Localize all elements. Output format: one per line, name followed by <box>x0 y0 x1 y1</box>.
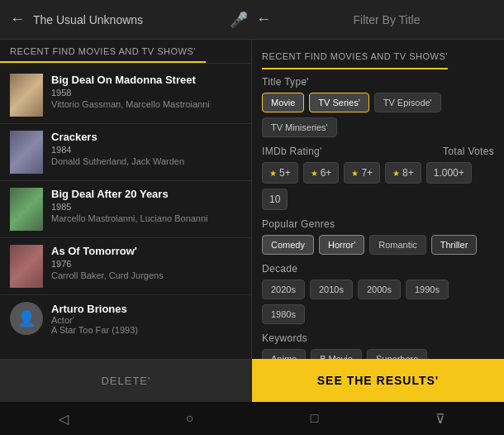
movie-cast-1: Vittorio Gassman, Marcello Mastroianni <box>51 99 241 109</box>
table-row[interactable]: Big Deal On Madonna Street 1958 Vittorio… <box>0 67 251 124</box>
decade-label: Decade <box>262 263 494 275</box>
title-type-section: Title Type' Movie TV Series' TV Episode'… <box>262 76 494 137</box>
chip-tv-episode[interactable]: TV Episode' <box>374 93 441 112</box>
movie-poster-4 <box>10 245 43 288</box>
imdb-rating-label: IMDb Rating' <box>262 146 322 157</box>
list-item[interactable]: 👤 Arturo Briones Actor' A Star Too Far (… <box>0 295 251 342</box>
table-row[interactable]: As Of Tomorrow' 1976 Carroll Baker, Curd… <box>0 238 251 295</box>
chip-votes-1000[interactable]: 1.000+ <box>426 162 472 184</box>
movie-list: Big Deal On Madonna Street 1958 Vittorio… <box>0 64 251 345</box>
nav-menu-icon[interactable]: ⊽ <box>435 411 445 427</box>
actor-film: A Star Too Far (1993) <box>51 325 241 335</box>
chip-2000s[interactable]: 2000s <box>358 280 401 299</box>
nav-bar: ◁ ○ □ ⊽ <box>0 402 504 435</box>
chip-thriller[interactable]: Thriller <box>431 235 478 255</box>
genres-label: Popular Genres <box>262 218 494 230</box>
imdb-rating-chips: ★ 5+ ★ 6+ ★ 7+ ★ 8+ 1.000+ 10 <box>262 162 494 210</box>
movie-info-4: As Of Tomorrow' 1976 Carroll Baker, Curd… <box>51 245 241 280</box>
chip-horror[interactable]: Horror' <box>319 235 364 255</box>
filter-title: Filter By Title <box>279 13 494 26</box>
chip-romantic[interactable]: Romantic <box>369 235 426 255</box>
movie-cast-4: Carroll Baker, Curd Jurgens <box>51 270 241 280</box>
movie-year-2: 1984 <box>51 145 241 155</box>
movie-year-1: 1958 <box>51 88 241 98</box>
chip-movie[interactable]: Movie <box>262 93 304 112</box>
chip-5plus[interactable]: ★ 5+ <box>262 162 298 184</box>
movie-info-1: Big Deal On Madonna Street 1958 Vittorio… <box>51 74 241 109</box>
back-button-left[interactable]: ← <box>10 11 25 28</box>
right-panel: RECENT FIND MOVIES AND TV SHOWS' Title T… <box>252 40 504 402</box>
back-button-right[interactable]: ← <box>256 11 271 28</box>
nav-recent-icon[interactable]: □ <box>311 411 319 426</box>
bottom-bar: DELETE' SEE THE RESULTS' <box>0 359 504 402</box>
top-bar-right: ← Filter By Title <box>256 11 494 28</box>
movie-title-4: As Of Tomorrow' <box>51 245 241 257</box>
chip-tv-miniseries[interactable]: TV Miniseries' <box>262 117 337 137</box>
movie-cast-3: Marcello Mastroianni, Luciano Bonanni <box>51 213 241 223</box>
movie-poster-1 <box>10 74 43 117</box>
top-bar: ← The Usual Unknowns 🎤 ← Filter By Title <box>0 0 504 40</box>
movie-year-3: 1985 <box>51 202 241 212</box>
chip-8plus[interactable]: ★ 8+ <box>385 162 421 184</box>
app-title: The Usual Unknowns <box>33 13 221 26</box>
chip-comedy[interactable]: Comedy <box>262 235 314 255</box>
table-row[interactable]: Big Deal After 20 Years 1985 Marcello Ma… <box>0 181 251 238</box>
total-votes-label: Total Votes <box>443 146 494 157</box>
movie-title-1: Big Deal On Madonna Street <box>51 74 241 86</box>
movie-poster-3 <box>10 188 43 231</box>
chip-votes-10[interactable]: 10 <box>262 189 288 210</box>
title-type-chips: Movie TV Series' TV Episode' TV Miniseri… <box>262 93 494 137</box>
movie-info-3: Big Deal After 20 Years 1985 Marcello Ma… <box>51 188 241 223</box>
actor-info: Arturo Briones Actor' A Star Too Far (19… <box>51 303 241 335</box>
movie-title-3: Big Deal After 20 Years <box>51 188 241 200</box>
delete-button[interactable]: DELETE' <box>0 359 252 402</box>
chip-2020s[interactable]: 2020s <box>262 280 305 299</box>
movie-poster-2 <box>10 131 43 174</box>
left-panel: RECENT FIND MOVIES AND TV SHOWS' Big Dea… <box>0 40 252 402</box>
actor-name: Arturo Briones <box>51 303 241 315</box>
title-type-label: Title Type' <box>262 76 494 88</box>
chip-7plus[interactable]: ★ 7+ <box>344 162 380 184</box>
genres-chips: Comedy Horror' Romantic Thriller <box>262 235 494 255</box>
nav-home-icon[interactable]: ○ <box>185 411 193 426</box>
left-section-header-container: RECENT FIND MOVIES AND TV SHOWS' <box>0 40 251 64</box>
movie-info-2: Crackers 1984 Donald Sutherland, Jack Wa… <box>51 131 241 166</box>
actor-role: Actor' <box>51 315 241 325</box>
chip-6plus[interactable]: ★ 6+ <box>303 162 340 184</box>
chip-1980s[interactable]: 1980s <box>262 304 305 324</box>
right-section-header: RECENT FIND MOVIES AND TV SHOWS' <box>262 46 448 69</box>
avatar: 👤 <box>10 302 43 335</box>
keywords-label: Keywords <box>262 332 494 344</box>
genres-section: Popular Genres Comedy Horror' Romantic T… <box>262 218 494 255</box>
top-bar-left: ← The Usual Unknowns 🎤 <box>10 11 248 29</box>
main-content: RECENT FIND MOVIES AND TV SHOWS' Big Dea… <box>0 40 504 402</box>
movie-cast-2: Donald Sutherland, Jack Warden <box>51 156 241 166</box>
left-section-header: RECENT FIND MOVIES AND TV SHOWS' <box>0 40 206 63</box>
chip-1990s[interactable]: 1990s <box>406 280 449 299</box>
movie-title-2: Crackers <box>51 131 241 143</box>
chip-tv-series[interactable]: TV Series' <box>309 93 368 112</box>
nav-back-icon[interactable]: ◁ <box>59 411 69 427</box>
imdb-rating-section: IMDb Rating' Total Votes ★ 5+ ★ 6+ ★ 7+ … <box>262 146 494 210</box>
chip-2010s[interactable]: 2010s <box>310 280 353 299</box>
mic-icon[interactable]: 🎤 <box>230 11 248 29</box>
see-results-button[interactable]: SEE THE RESULTS' <box>252 359 504 402</box>
table-row[interactable]: Crackers 1984 Donald Sutherland, Jack Wa… <box>0 124 251 181</box>
decade-section: Decade 2020s 2010s 2000s 1990s 1980s <box>262 263 494 324</box>
decade-chips: 2020s 2010s 2000s 1990s 1980s <box>262 280 494 324</box>
movie-year-4: 1976 <box>51 259 241 269</box>
